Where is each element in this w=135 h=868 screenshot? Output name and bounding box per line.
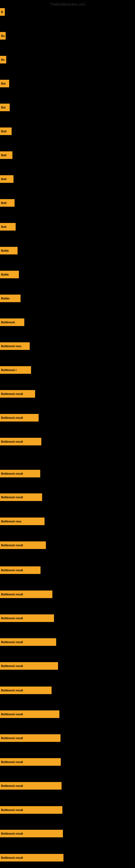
bar-label-36: Bottleneck result: [1, 856, 23, 859]
bar-label-2: Bo: [1, 34, 5, 37]
bar-label-35: Bottleneck result: [1, 832, 23, 835]
bar-label-19: Bottleneck result: [1, 440, 23, 443]
bar-label-1: B: [1, 10, 3, 13]
bar-item-12: Bottle: [0, 271, 19, 278]
bar-label-26: Bottleneck result: [1, 617, 23, 620]
bar-label-17: Bottleneck result: [1, 393, 23, 396]
bar-label-4: Bot: [1, 82, 6, 85]
bar-item-7: Bott: [0, 151, 12, 159]
bar-item-34: Bottleneck result: [0, 806, 62, 814]
bar-item-33: Bottleneck result: [0, 782, 61, 789]
bar-item-22: Bottleneck resu: [0, 518, 45, 525]
bar-label-15: Bottleneck resu: [1, 345, 21, 348]
bar-label-30: Bottleneck result: [1, 713, 23, 716]
bar-item-36: Bottleneck result: [0, 854, 63, 862]
bar-item-15: Bottleneck resu: [0, 342, 30, 350]
bar-label-28: Bottleneck result: [1, 664, 23, 668]
bar-label-24: Bottleneck result: [1, 569, 23, 572]
bar-label-13: Bottler: [1, 297, 10, 300]
bar-item-25: Bottleneck result: [0, 590, 52, 598]
bar-item-24: Bottleneck result: [0, 566, 41, 574]
bar-item-19: Bottleneck result: [0, 438, 41, 445]
bar-item-17: Bottleneck result: [0, 390, 35, 398]
bar-label-23: Bottleneck result: [1, 544, 23, 547]
bar-label-31: Bottleneck result: [1, 737, 23, 740]
bar-label-25: Bottleneck result: [1, 593, 23, 596]
bar-item-2: Bo: [0, 32, 6, 40]
bar-label-18: Bottleneck result: [1, 416, 23, 420]
bar-item-13: Bottler: [0, 294, 20, 302]
bar-item-1: B: [0, 8, 5, 16]
bar-item-21: Bottleneck result: [0, 493, 42, 501]
bar-item-31: Bottleneck result: [0, 734, 60, 742]
bar-item-23: Bottleneck result: [0, 541, 46, 549]
bar-item-4: Bot: [0, 80, 9, 87]
bar-item-9: Bott: [0, 199, 14, 207]
bar-item-14: Bottleneck: [0, 318, 24, 326]
bar-item-26: Bottleneck result: [0, 614, 54, 622]
bar-label-22: Bottleneck resu: [1, 520, 21, 523]
bar-item-28: Bottleneck result: [0, 662, 58, 670]
bar-item-20: Bottleneck result: [0, 470, 40, 477]
bar-label-7: Bott: [1, 154, 6, 157]
bar-label-5: Bot: [1, 106, 6, 109]
bar-label-32: Bottleneck result: [1, 761, 23, 764]
bar-item-3: Bo: [0, 56, 6, 63]
bar-label-27: Bottleneck result: [1, 641, 23, 644]
bar-label-29: Bottleneck result: [1, 689, 23, 692]
bar-label-8: Bott: [1, 178, 6, 181]
bar-item-16: Bottleneck r: [0, 366, 31, 374]
bar-item-35: Bottleneck result: [0, 830, 63, 837]
bar-label-3: Bo: [1, 58, 5, 61]
bar-item-30: Bottleneck result: [0, 710, 59, 718]
bar-label-34: Bottleneck result: [1, 809, 23, 812]
site-title: TheBottlenecker.com: [50, 2, 85, 6]
bar-item-8: Bott: [0, 175, 13, 183]
bar-label-6: Bott: [1, 130, 6, 133]
bar-label-12: Bottle: [1, 273, 9, 276]
bar-label-11: Bottle: [1, 249, 9, 252]
bar-item-18: Bottleneck result: [0, 414, 39, 422]
bar-label-10: Bott: [1, 225, 6, 228]
bar-label-14: Bottleneck: [1, 321, 15, 324]
bar-item-5: Bot: [0, 104, 10, 111]
bar-item-27: Bottleneck result: [0, 638, 56, 646]
bar-label-21: Bottleneck result: [1, 496, 23, 499]
bar-item-10: Bott: [0, 223, 16, 230]
bar-label-9: Bott: [1, 202, 6, 205]
bar-item-11: Bottle: [0, 247, 17, 254]
bar-label-33: Bottleneck result: [1, 784, 23, 787]
bar-item-6: Bott: [0, 127, 12, 135]
bar-item-32: Bottleneck result: [0, 758, 61, 766]
bar-label-20: Bottleneck result: [1, 472, 23, 475]
bar-item-29: Bottleneck result: [0, 686, 52, 694]
bar-label-16: Bottleneck r: [1, 369, 17, 372]
